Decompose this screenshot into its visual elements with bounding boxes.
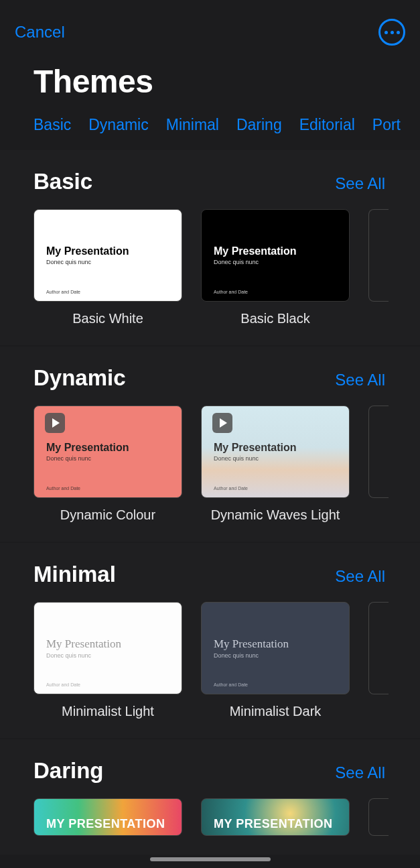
theme-thumbnail-peek[interactable] — [368, 406, 389, 498]
section-title: Daring — [33, 758, 104, 784]
section-title: Dynamic — [33, 365, 126, 391]
theme-thumbnail[interactable]: My PresentationDonec quis nuncAuthor and… — [33, 209, 182, 302]
page-title: Themes — [0, 51, 420, 107]
ellipsis-icon — [384, 31, 388, 34]
home-indicator[interactable] — [150, 857, 271, 861]
section-minimal: MinimalSee AllMy PresentationDonec quis … — [0, 543, 420, 738]
thumb-title: My Presentation — [214, 637, 337, 651]
thumb-title: My Presentation — [46, 637, 169, 651]
see-all-button[interactable]: See All — [335, 567, 385, 586]
theme-label: Dynamic Waves Light — [211, 507, 340, 523]
theme-card[interactable]: MY PRESENTATION — [201, 798, 350, 836]
thumb-title: My Presentation — [46, 442, 169, 454]
theme-card[interactable]: My PresentationDonec quis nuncAuthor and… — [201, 406, 350, 523]
theme-row[interactable]: My PresentationDonec quis nuncAuthor and… — [0, 406, 420, 523]
thumb-footer: Author and Date — [214, 682, 248, 687]
category-tabs: Basic Dynamic Minimal Daring Editorial P… — [0, 107, 420, 150]
section-header: DaringSee All — [0, 758, 420, 798]
theme-thumbnail-peek[interactable] — [368, 209, 389, 302]
section-header: MinimalSee All — [0, 562, 420, 602]
thumb-subtitle: Donec quis nunc — [46, 652, 169, 659]
theme-thumbnail-peek[interactable] — [368, 602, 389, 694]
section-daring: DaringSee AllMY PRESENTATIONMY PRESENTAT… — [0, 739, 420, 855]
see-all-button[interactable]: See All — [335, 371, 385, 389]
thumb-footer: Author and Date — [214, 486, 248, 491]
theme-thumbnail[interactable]: My PresentationDonec quis nuncAuthor and… — [201, 406, 350, 498]
tab-portfolio[interactable]: Port — [372, 116, 401, 134]
theme-card[interactable]: My PresentationDonec quis nuncAuthor and… — [33, 209, 182, 326]
theme-label: Basic White — [72, 311, 143, 326]
thumb-subtitle: Donec quis nunc — [46, 259, 169, 265]
play-icon — [212, 413, 232, 433]
theme-thumbnail[interactable]: My PresentationDonec quis nuncAuthor and… — [33, 602, 182, 694]
tab-dynamic[interactable]: Dynamic — [88, 116, 148, 134]
top-bar: Cancel — [0, 0, 420, 51]
thumb-footer: Author and Date — [46, 486, 80, 491]
tab-daring[interactable]: Daring — [236, 116, 282, 134]
section-title: Minimal — [33, 562, 116, 587]
theme-thumbnail[interactable]: My PresentationDonec quis nuncAuthor and… — [201, 209, 350, 302]
see-all-button[interactable]: See All — [335, 763, 385, 782]
theme-card[interactable]: My PresentationDonec quis nuncAuthor and… — [201, 209, 350, 326]
play-icon — [45, 413, 65, 433]
theme-thumbnail[interactable]: MY PRESENTATION — [33, 798, 182, 836]
see-all-button[interactable]: See All — [335, 174, 385, 193]
theme-card[interactable]: My PresentationDonec quis nuncAuthor and… — [33, 406, 182, 523]
theme-thumbnail-peek[interactable] — [368, 798, 389, 836]
section-header: DynamicSee All — [0, 365, 420, 406]
more-options-button[interactable] — [378, 19, 405, 46]
tab-basic[interactable]: Basic — [33, 116, 71, 134]
section-dynamic: DynamicSee AllMy PresentationDonec quis … — [0, 347, 420, 542]
thumb-subtitle: Donec quis nunc — [214, 455, 337, 462]
theme-label: Dynamic Colour — [60, 507, 155, 523]
thumb-subtitle: Donec quis nunc — [214, 652, 337, 659]
section-title: Basic — [33, 169, 92, 194]
theme-row[interactable]: My PresentationDonec quis nuncAuthor and… — [0, 209, 420, 326]
thumb-title: MY PRESENTATION — [214, 817, 333, 831]
thumb-subtitle: Donec quis nunc — [214, 259, 337, 265]
theme-row[interactable]: My PresentationDonec quis nuncAuthor and… — [0, 602, 420, 719]
section-basic: BasicSee AllMy PresentationDonec quis nu… — [0, 150, 420, 345]
theme-card[interactable]: My PresentationDonec quis nuncAuthor and… — [201, 602, 350, 719]
theme-thumbnail[interactable]: My PresentationDonec quis nuncAuthor and… — [201, 602, 350, 694]
thumb-subtitle: Donec quis nunc — [46, 455, 169, 462]
theme-label: Minimalist Dark — [230, 704, 322, 719]
theme-row[interactable]: MY PRESENTATIONMY PRESENTATION — [0, 798, 420, 836]
thumb-footer: Author and Date — [46, 682, 80, 687]
thumb-title: My Presentation — [214, 442, 337, 454]
theme-label: Basic Black — [240, 311, 309, 326]
section-header: BasicSee All — [0, 169, 420, 209]
theme-label: Minimalist Light — [62, 704, 154, 719]
theme-card[interactable]: MY PRESENTATION — [33, 798, 182, 836]
theme-thumbnail[interactable]: MY PRESENTATION — [201, 798, 350, 836]
thumb-footer: Author and Date — [46, 290, 80, 294]
thumb-title: My Presentation — [46, 245, 169, 257]
tab-editorial[interactable]: Editorial — [299, 116, 355, 134]
thumb-footer: Author and Date — [214, 290, 248, 294]
thumb-title: MY PRESENTATION — [46, 817, 165, 831]
cancel-button[interactable]: Cancel — [15, 23, 65, 42]
theme-thumbnail[interactable]: My PresentationDonec quis nuncAuthor and… — [33, 406, 182, 498]
thumb-title: My Presentation — [214, 245, 337, 257]
theme-card[interactable]: My PresentationDonec quis nuncAuthor and… — [33, 602, 182, 719]
tab-minimal[interactable]: Minimal — [166, 116, 219, 134]
